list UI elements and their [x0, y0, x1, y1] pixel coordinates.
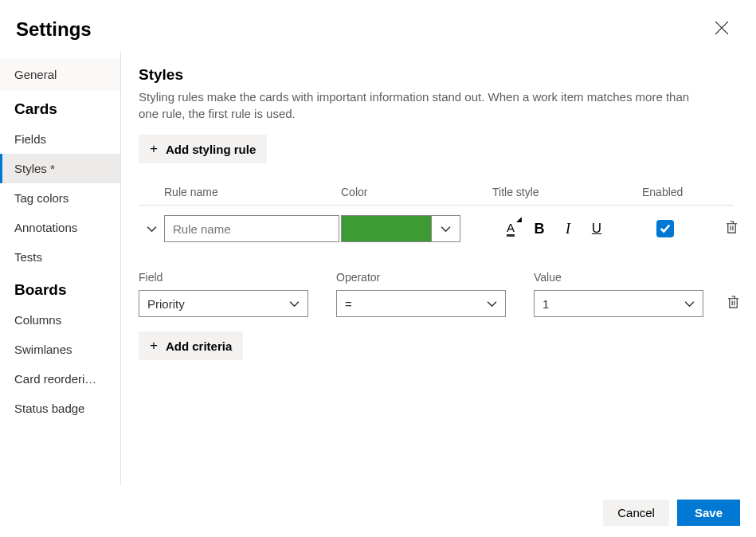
- rule-name-input[interactable]: [164, 215, 339, 242]
- sidebar-item-fields[interactable]: Fields: [0, 124, 120, 154]
- delete-criteria-button[interactable]: [723, 292, 743, 315]
- sidebar-item-tag-colors[interactable]: Tag colors: [0, 183, 120, 213]
- sidebar-item-swimlanes[interactable]: Swimlanes: [0, 335, 120, 364]
- operator-select[interactable]: =: [336, 290, 506, 317]
- col-enabled: Enabled: [642, 186, 756, 198]
- delete-rule-button[interactable]: [722, 218, 742, 240]
- value-select[interactable]: 1: [534, 290, 703, 317]
- chevron-down-icon: [684, 299, 695, 309]
- add-criteria-button[interactable]: + Add criteria: [139, 331, 243, 360]
- field-select-value: Priority: [147, 297, 185, 311]
- color-dropdown-button[interactable]: [431, 216, 460, 241]
- enabled-checkbox[interactable]: [656, 220, 674, 237]
- add-styling-rule-button[interactable]: + Add styling rule: [139, 135, 267, 163]
- operator-select-value: =: [345, 297, 352, 311]
- col-color: Color: [341, 186, 492, 198]
- font-color-icon: A: [507, 221, 515, 237]
- chevron-down-icon: [487, 299, 497, 309]
- col-field: Field: [139, 271, 336, 284]
- field-select[interactable]: Priority: [139, 290, 308, 317]
- plus-icon: +: [150, 141, 158, 157]
- sidebar: General Cards Fields Styles * Tag colors…: [0, 52, 121, 485]
- color-swatch: [342, 216, 431, 241]
- col-value: Value: [534, 271, 707, 284]
- page-title: Settings: [16, 18, 92, 41]
- sidebar-item-annotations[interactable]: Annotations: [0, 213, 120, 242]
- sidebar-item-columns[interactable]: Columns: [0, 305, 120, 335]
- expand-rule-button[interactable]: [139, 221, 164, 237]
- chevron-down-icon: [289, 299, 300, 309]
- trash-icon: [725, 221, 738, 234]
- section-subtitle: Styling rules make the cards with import…: [139, 88, 712, 122]
- sidebar-group-boards: Boards: [0, 272, 120, 305]
- save-button[interactable]: Save: [677, 500, 740, 526]
- section-heading: Styles: [139, 66, 734, 84]
- trash-icon: [727, 296, 740, 309]
- col-operator: Operator: [336, 271, 534, 284]
- chevron-down-icon: [441, 224, 451, 234]
- cancel-button[interactable]: Cancel: [603, 500, 669, 526]
- underline-button[interactable]: U: [588, 218, 605, 240]
- close-button[interactable]: [710, 16, 734, 42]
- value-select-value: 1: [543, 297, 549, 311]
- main-panel: Styles Styling rules make the cards with…: [121, 52, 756, 485]
- plus-icon: +: [150, 338, 158, 354]
- sidebar-group-cards: Cards: [0, 91, 120, 124]
- bold-button[interactable]: B: [531, 218, 548, 240]
- color-picker[interactable]: [341, 215, 460, 242]
- add-styling-rule-label: Add styling rule: [166, 143, 256, 156]
- col-rule-name: Rule name: [164, 186, 341, 198]
- col-title-style: Title style: [492, 186, 642, 198]
- italic-button[interactable]: I: [559, 218, 577, 240]
- add-criteria-label: Add criteria: [166, 339, 232, 353]
- sidebar-item-card-reordering[interactable]: Card reorderi…: [0, 364, 120, 394]
- font-color-button[interactable]: A◢: [502, 218, 519, 240]
- sidebar-item-tests[interactable]: Tests: [0, 242, 120, 272]
- close-icon: [715, 21, 729, 35]
- sidebar-item-general[interactable]: General: [0, 58, 120, 91]
- sidebar-item-status-badge[interactable]: Status badge: [0, 394, 120, 423]
- sidebar-item-styles[interactable]: Styles *: [0, 154, 120, 183]
- chevron-down-icon: [147, 224, 157, 234]
- check-icon: [660, 223, 671, 234]
